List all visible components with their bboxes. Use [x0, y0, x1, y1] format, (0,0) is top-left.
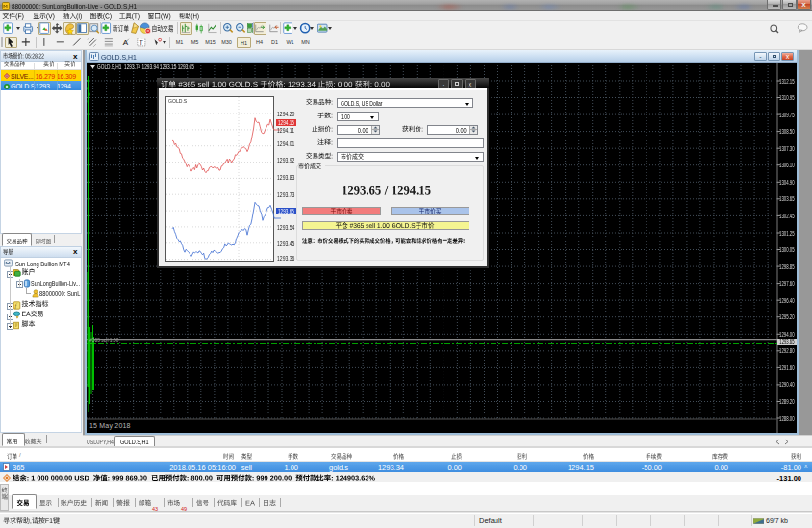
svg-text:T: T	[140, 38, 144, 47]
svg-text:A: A	[123, 38, 129, 47]
